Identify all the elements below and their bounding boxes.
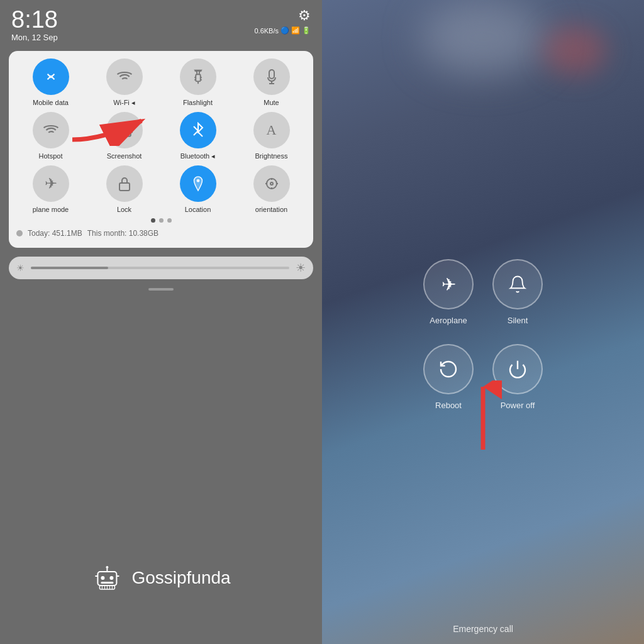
qs-label-wifi: Wi-Fi ◂ <box>113 99 135 107</box>
svg-rect-5 <box>121 127 128 134</box>
qs-circle-location[interactable] <box>180 165 216 202</box>
right-content: ✈ Aeroplane Silent <box>322 75 644 631</box>
svg-rect-0 <box>196 74 200 81</box>
qs-label-flashlight: Flashlight <box>183 99 213 106</box>
dot-1 <box>151 218 155 223</box>
data-today: Today: 451.1MB <box>28 229 82 238</box>
right-item-poweroff[interactable]: Power off <box>492 344 543 410</box>
right-label-poweroff: Power off <box>501 401 535 410</box>
qs-circle-hotspot[interactable] <box>33 112 69 148</box>
airplane-icon: ✈ <box>45 175 57 192</box>
left-panel: 8:18 Mon, 12 Sep ⚙ 0.6KB/s 🔵 📶 🔋 Mo <box>0 0 322 644</box>
qs-item-airplane[interactable]: ✈ plane mode <box>16 165 85 213</box>
network-speed: 0.6KB/s <box>254 27 279 35</box>
qs-item-brightness[interactable]: A Brightness <box>237 112 306 160</box>
qs-circle-lock[interactable] <box>106 165 143 202</box>
right-panel: ✈ Aeroplane Silent <box>322 0 644 644</box>
qs-item-location[interactable]: Location <box>164 165 232 213</box>
gear-icon[interactable]: ⚙ <box>298 8 311 24</box>
qs-circle-bluetooth[interactable] <box>180 112 216 148</box>
brightness-bar[interactable]: ☀ ☀ <box>9 257 313 279</box>
drag-handle <box>148 288 174 291</box>
qs-circle-wifi[interactable] <box>106 58 143 95</box>
time-section: 8:18 Mon, 12 Sep <box>11 8 58 42</box>
qs-label-mute: Mute <box>264 99 279 106</box>
right-grid: ✈ Aeroplane Silent <box>423 259 543 410</box>
right-label-silent: Silent <box>508 316 528 325</box>
robot-logo <box>91 562 123 594</box>
svg-point-20 <box>106 566 108 569</box>
data-month: This month: 10.38GB <box>87 229 158 238</box>
aeroplane-icon: ✈ <box>441 274 456 295</box>
right-label-reboot: Reboot <box>435 401 462 410</box>
brightness-max-icon: ☀ <box>296 261 306 275</box>
qs-item-orientation[interactable]: orientation <box>237 165 306 213</box>
brand-name: Gossipfunda <box>131 568 230 588</box>
right-circle-reboot[interactable] <box>423 344 474 394</box>
svg-point-11 <box>196 179 199 182</box>
right-label-aeroplane: Aeroplane <box>430 316 467 325</box>
qs-item-mute[interactable]: Mute <box>237 58 306 107</box>
qs-row-2: Hotspot Screenshot <box>16 112 306 160</box>
qs-item-mobile-data[interactable]: Mobile data <box>16 58 85 107</box>
svg-point-12 <box>267 179 277 189</box>
time-display: 8:18 <box>11 8 58 31</box>
qs-circle-mute[interactable] <box>253 58 290 95</box>
qs-circle-screenshot[interactable] <box>106 112 143 148</box>
qs-item-flashlight[interactable]: Flashlight <box>164 58 232 107</box>
data-usage: Today: 451.1MB This month: 10.38GB <box>16 226 306 240</box>
status-bar: 8:18 Mon, 12 Sep ⚙ 0.6KB/s 🔵 📶 🔋 <box>0 0 322 46</box>
dot-3 <box>167 218 172 223</box>
svg-rect-18 <box>101 582 113 584</box>
brightness-letter: A <box>267 122 277 138</box>
qs-label-brightness: Brightness <box>255 152 288 160</box>
quick-settings-card: Mobile data Wi-Fi ◂ <box>9 51 313 248</box>
right-circle-aeroplane[interactable]: ✈ <box>423 259 474 309</box>
svg-point-17 <box>109 576 113 580</box>
branding: Gossipfunda <box>91 562 230 594</box>
brightness-min-icon: ☀ <box>16 263 25 273</box>
right-item-aeroplane[interactable]: ✈ Aeroplane <box>423 259 474 325</box>
qs-label-airplane: plane mode <box>33 206 69 213</box>
qs-item-lock[interactable]: Lock <box>90 165 158 213</box>
qs-circle-brightness[interactable]: A <box>253 112 290 148</box>
svg-rect-4 <box>118 124 131 136</box>
network-info: 0.6KB/s 🔵 📶 🔋 <box>254 26 311 35</box>
pagination-dots <box>16 218 306 223</box>
qs-circle-mobile-data[interactable] <box>33 58 69 95</box>
status-right: ⚙ 0.6KB/s 🔵 📶 🔋 <box>254 8 311 35</box>
qs-item-hotspot[interactable]: Hotspot <box>16 112 85 160</box>
svg-point-13 <box>270 182 273 185</box>
qs-circle-flashlight[interactable] <box>180 58 216 95</box>
qs-label-location: Location <box>185 206 211 213</box>
svg-rect-10 <box>119 183 130 191</box>
right-item-reboot[interactable]: Reboot <box>423 344 474 410</box>
data-dot <box>16 230 23 236</box>
right-item-silent[interactable]: Silent <box>492 259 543 325</box>
qs-label-screenshot: Screenshot <box>107 152 142 160</box>
brightness-track <box>31 267 289 269</box>
qs-label-mobile-data: Mobile data <box>33 99 69 106</box>
right-circle-silent[interactable] <box>492 259 543 309</box>
brightness-fill <box>31 267 108 269</box>
emergency-call[interactable]: Emergency call <box>453 624 513 634</box>
qs-circle-orientation[interactable] <box>253 165 290 202</box>
qs-label-lock: Lock <box>117 206 131 213</box>
signal-icon: 📶 <box>291 26 300 35</box>
qs-circle-airplane[interactable]: ✈ <box>33 165 69 202</box>
qs-label-bluetooth: Bluetooth ◂ <box>180 152 216 160</box>
svg-point-16 <box>101 576 104 580</box>
qs-label-hotspot: Hotspot <box>39 152 63 160</box>
right-circle-poweroff[interactable] <box>492 344 543 394</box>
qs-item-screenshot[interactable]: Screenshot <box>90 112 158 160</box>
date-display: Mon, 12 Sep <box>11 33 58 42</box>
blur-shape-top <box>420 0 546 75</box>
blur-shape-red <box>543 25 606 75</box>
qs-row-3: ✈ plane mode Lock <box>16 165 306 213</box>
bluetooth-status-icon: 🔵 <box>280 26 289 35</box>
qs-label-orientation: orientation <box>255 206 287 213</box>
qs-item-bluetooth[interactable]: Bluetooth ◂ <box>164 112 232 160</box>
battery-icon: 🔋 <box>302 26 311 35</box>
dot-2 <box>159 218 164 223</box>
qs-item-wifi[interactable]: Wi-Fi ◂ <box>90 58 158 107</box>
